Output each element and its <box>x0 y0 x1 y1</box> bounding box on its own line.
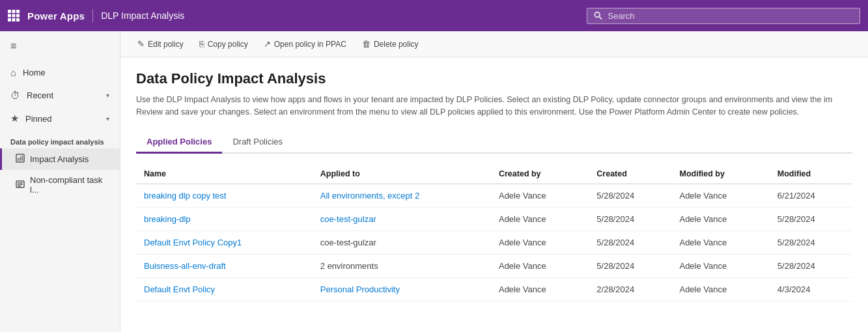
cell-created: 5/28/2024 <box>589 254 671 277</box>
col-modified: Modified <box>770 164 852 184</box>
policy-name-link[interactable]: breaking dlp copy test <box>144 191 226 201</box>
cell-modified: 6/21/2024 <box>770 184 852 207</box>
table-body: breaking dlp copy testAll environments, … <box>136 184 852 301</box>
cell-applied-to[interactable]: coe-test-gulzar <box>313 207 491 230</box>
sidebar-item-non-compliant[interactable]: Non-compliant task l... <box>0 170 120 200</box>
tab-bar: Applied Policies Draft Policies <box>136 131 852 154</box>
waffle-menu[interactable] <box>8 10 20 21</box>
table-row: Default Envt PolicyPersonal Productivity… <box>136 277 852 301</box>
cell-created: 2/28/2024 <box>589 277 671 301</box>
policy-name-link[interactable]: Default Envt Policy Copy1 <box>144 238 242 247</box>
cell-name[interactable]: breaking dlp copy test <box>136 184 313 207</box>
cell-name[interactable]: Default Envt Policy Copy1 <box>136 230 313 254</box>
cell-modified: 5/28/2024 <box>770 230 852 254</box>
cell-applied-to: 2 environments <box>313 254 491 277</box>
svg-rect-2 <box>16 10 20 13</box>
open-icon: ↗ <box>264 39 271 49</box>
cell-created-by: Adele Vance <box>491 277 589 301</box>
policy-name-link[interactable]: Default Envt Policy <box>144 284 215 294</box>
cell-created: 5/28/2024 <box>589 230 671 254</box>
sidebar-pinned-label: Pinned <box>25 114 100 124</box>
svg-rect-3 <box>8 14 11 18</box>
copy-icon: ⎘ <box>199 39 204 49</box>
delete-policy-label: Delete policy <box>374 40 419 49</box>
toolbar: ✎ Edit policy ⎘ Copy policy ↗ Open polic… <box>120 31 868 57</box>
impact-analysis-icon <box>16 154 25 165</box>
sidebar-section-label: Data policy impact analysis <box>0 130 120 148</box>
svg-rect-8 <box>16 18 20 21</box>
search-icon <box>594 11 602 20</box>
tab-draft-policies[interactable]: Draft Policies <box>222 131 293 154</box>
tab-applied-policies[interactable]: Applied Policies <box>136 131 222 154</box>
cell-modified-by: Adele Vance <box>671 230 769 254</box>
applied-to-link[interactable]: All environments, except 2 <box>320 191 419 201</box>
delete-policy-button[interactable]: 🗑 Delete policy <box>356 36 425 52</box>
edit-policy-label: Edit policy <box>148 40 184 49</box>
cell-applied-to[interactable]: All environments, except 2 <box>313 184 491 207</box>
sidebar-item-home[interactable]: ⌂ Home <box>0 61 120 84</box>
cell-name[interactable]: Default Envt Policy <box>136 277 313 301</box>
delete-icon: 🗑 <box>362 39 371 49</box>
col-created: Created <box>589 164 671 184</box>
col-modified-by: Modified by <box>671 164 769 184</box>
svg-rect-4 <box>12 14 16 18</box>
policy-name-link[interactable]: breaking-dlp <box>144 214 191 224</box>
svg-point-9 <box>595 12 600 18</box>
cell-applied-to: coe-test-gulzar <box>313 230 491 254</box>
table-row: breaking dlp copy testAll environments, … <box>136 184 852 207</box>
cell-modified-by: Adele Vance <box>671 207 769 230</box>
sidebar-item-recent[interactable]: ⏱ Recent ▾ <box>0 84 120 107</box>
brand-name: Power Apps <box>27 10 85 21</box>
col-applied-to: Applied to <box>313 164 491 184</box>
col-created-by: Created by <box>491 164 589 184</box>
svg-line-10 <box>600 17 602 20</box>
policies-table: Name Applied to Created by Created Modif… <box>136 164 852 301</box>
svg-rect-6 <box>8 18 11 21</box>
cell-modified-by: Adele Vance <box>671 254 769 277</box>
sidebar: ≡ ⌂ Home ⏱ Recent ▾ ★ Pinned ▾ Data poli… <box>0 31 120 332</box>
edit-policy-button[interactable]: ✎ Edit policy <box>131 36 190 52</box>
non-compliant-label: Non-compliant task l... <box>30 175 109 195</box>
cell-created: 5/28/2024 <box>589 184 671 207</box>
policy-name-link[interactable]: Buisness-all-env-draft <box>144 261 226 271</box>
col-name: Name <box>136 164 313 184</box>
applied-to-link[interactable]: coe-test-gulzar <box>320 214 376 224</box>
home-icon: ⌂ <box>10 67 16 78</box>
cell-modified-by: Adele Vance <box>671 277 769 301</box>
page-description: Use the DLP Impact Analysis to view how … <box>136 94 852 118</box>
page-title-nav: DLP Impact Analysis <box>101 10 184 21</box>
edit-icon: ✎ <box>137 39 145 49</box>
open-ppac-button[interactable]: ↗ Open policy in PPAC <box>257 36 353 52</box>
cell-created-by: Adele Vance <box>491 207 589 230</box>
chevron-down-icon-pinned: ▾ <box>106 115 109 122</box>
table-row: breaking-dlpcoe-test-gulzarAdele Vance5/… <box>136 207 852 230</box>
pinned-icon: ★ <box>10 113 19 124</box>
impact-analysis-label: Impact Analysis <box>30 154 89 164</box>
svg-rect-5 <box>16 14 20 18</box>
copy-policy-label: Copy policy <box>208 40 248 49</box>
cell-created: 5/28/2024 <box>589 207 671 230</box>
table-row: Buisness-all-env-draft2 environmentsAdel… <box>136 254 852 277</box>
cell-modified: 4/3/2024 <box>770 277 852 301</box>
cell-name[interactable]: Buisness-all-env-draft <box>136 254 313 277</box>
page-heading: Data Policy Impact Analysis <box>136 70 852 87</box>
content-area: ✎ Edit policy ⎘ Copy policy ↗ Open polic… <box>120 31 868 332</box>
chevron-down-icon: ▾ <box>106 92 109 99</box>
cell-modified: 5/28/2024 <box>770 254 852 277</box>
search-input[interactable] <box>608 11 853 21</box>
cell-name[interactable]: breaking-dlp <box>136 207 313 230</box>
sidebar-item-pinned[interactable]: ★ Pinned ▾ <box>0 107 120 130</box>
applied-to-link[interactable]: Personal Productivity <box>320 284 400 294</box>
search-box[interactable] <box>587 8 860 24</box>
table-row: Default Envt Policy Copy1coe-test-gulzar… <box>136 230 852 254</box>
sidebar-recent-label: Recent <box>27 90 100 100</box>
sidebar-toggle[interactable]: ≡ <box>0 31 120 61</box>
nav-divider <box>92 9 93 22</box>
sidebar-item-impact-analysis[interactable]: Impact Analysis <box>0 148 120 170</box>
open-ppac-label: Open policy in PPAC <box>274 40 346 49</box>
page-content: Data Policy Impact Analysis Use the DLP … <box>120 57 868 332</box>
cell-applied-to[interactable]: Personal Productivity <box>313 277 491 301</box>
copy-policy-button[interactable]: ⎘ Copy policy <box>193 36 255 52</box>
main-layout: ≡ ⌂ Home ⏱ Recent ▾ ★ Pinned ▾ Data poli… <box>0 31 868 332</box>
svg-rect-7 <box>12 18 16 21</box>
